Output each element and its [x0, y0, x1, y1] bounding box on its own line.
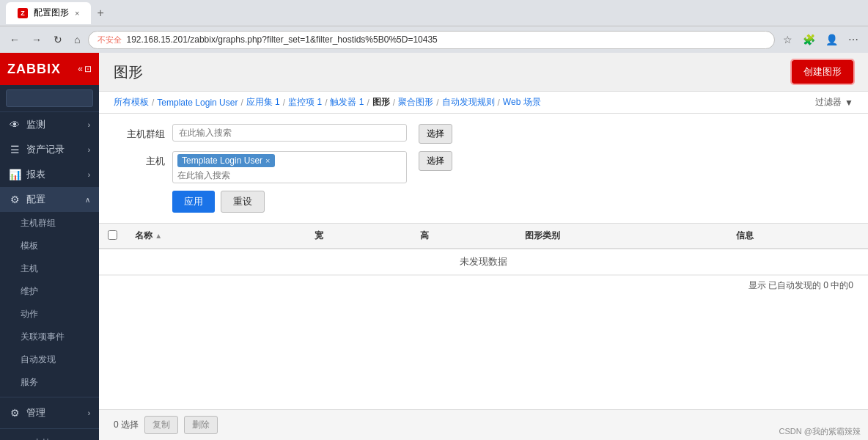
sidebar-logo[interactable]: ZABBIX « ⊡: [0, 53, 99, 85]
host-search-input[interactable]: [177, 170, 402, 180]
breadcrumb-all-templates[interactable]: 所有模板: [114, 96, 149, 109]
host-groups-label: 主机群组: [21, 217, 56, 230]
create-graph-button[interactable]: 创建图形: [792, 60, 853, 84]
filter-label: 过滤器: [815, 96, 842, 109]
address-bar[interactable]: 不安全 192.168.15.201/zabbix/graphs.php?fil…: [88, 31, 775, 49]
address-bar-row: ← → ↻ ⌂ 不安全 192.168.15.201/zabbix/graphs…: [0, 26, 868, 53]
new-tab-button[interactable]: +: [94, 7, 106, 20]
active-tab[interactable]: Z 配置图形 ×: [6, 2, 91, 24]
sidebar-item-support[interactable]: ? 支持: [0, 432, 99, 440]
table-area: 名称 ▲ 宽 高 图形类别 信息: [99, 224, 868, 409]
logo-controls: « ⊡: [78, 64, 92, 74]
app-container: ZABBIX « ⊡ 👁 监测 › ☰ 资产记录 › 📊 报表: [0, 53, 868, 440]
sidebar-item-config[interactable]: ⚙ 配置 ∧: [0, 187, 99, 212]
delete-button: 删除: [184, 416, 218, 434]
tab-title: 配置图形: [34, 7, 69, 19]
filter-funnel-icon: ▼: [845, 98, 853, 108]
col-type: 图形类别: [516, 224, 727, 249]
breadcrumb-monitors[interactable]: 监控项 1: [288, 96, 322, 109]
filter-actions: 应用 重设: [172, 191, 853, 213]
breadcrumb: 所有模板 / Template Login User / 应用集 1 / 监控项…: [99, 92, 868, 114]
sidebar-sub-actions[interactable]: 动作: [0, 303, 99, 326]
sidebar-nav: 👁 监测 › ☰ 资产记录 › 📊 报表 › ⚙ 配置 ∧ 主机群组: [0, 112, 99, 440]
selection-count: 0 选择: [114, 419, 139, 431]
actions-label: 动作: [21, 308, 38, 320]
filter-area: 主机群组 选择 主机 Template Login User ×: [99, 114, 868, 224]
sidebar-sub-hosts[interactable]: 主机: [0, 257, 99, 280]
breadcrumb-triggers[interactable]: 触发器 1: [330, 96, 364, 109]
browser-menu-button[interactable]: ⋯: [845, 32, 862, 48]
host-group-label: 主机群组: [114, 124, 165, 141]
assets-icon: ☰: [9, 144, 21, 155]
sidebar-search[interactable]: [0, 85, 99, 112]
collapse-icon[interactable]: «: [78, 64, 83, 74]
sidebar-sub-autodiscovery[interactable]: 自动发现: [0, 348, 99, 371]
host-group-input[interactable]: [172, 124, 407, 142]
sidebar-item-label: 资产记录: [26, 143, 65, 156]
breadcrumb-app-sets[interactable]: 应用集 1: [246, 96, 280, 109]
tab-close-button[interactable]: ×: [75, 9, 79, 18]
toolbar-icons: ☆ 🧩 👤 ⋯: [779, 32, 862, 48]
copy-button: 复制: [144, 416, 178, 434]
address-url: 192.168.15.201/zabbix/graphs.php?filter_…: [126, 34, 765, 45]
autodiscovery-note: 显示 已自动发现的 0 中的0: [99, 275, 868, 296]
refresh-button[interactable]: ↻: [50, 32, 66, 48]
host-select-button[interactable]: 选择: [419, 151, 452, 171]
sidebar-item-reports[interactable]: 📊 报表 ›: [0, 162, 99, 187]
table-header-row: 名称 ▲ 宽 高 图形类别 信息: [99, 224, 868, 249]
sidebar-sub-services[interactable]: 服务: [0, 371, 99, 394]
sidebar-item-assets[interactable]: ☰ 资产记录 ›: [0, 137, 99, 162]
sidebar: ZABBIX « ⊡ 👁 监测 › ☰ 资产记录 › 📊 报表: [0, 53, 99, 440]
breadcrumb-web-scenarios[interactable]: Web 场景: [503, 96, 541, 109]
correlation-label: 关联项事件: [21, 331, 65, 343]
host-tag-container: Template Login User ×: [172, 151, 407, 183]
admin-icon: ⚙: [9, 407, 21, 419]
breadcrumb-template-login-user[interactable]: Template Login User: [157, 98, 238, 108]
reports-arrow: ›: [88, 171, 90, 179]
breadcrumb-aggregate-graphs[interactable]: 聚合图形: [398, 96, 433, 109]
host-tag-close[interactable]: ×: [265, 156, 270, 165]
host-group-filter-row: 主机群组 选择: [114, 124, 853, 144]
sidebar-item-label: 配置: [26, 193, 45, 206]
col-name-label: 名称: [135, 230, 152, 241]
home-button[interactable]: ⌂: [70, 32, 84, 48]
col-name[interactable]: 名称 ▲: [126, 224, 306, 249]
host-filter-row: 主机 Template Login User × 选择: [114, 151, 853, 183]
table-footer: 0 选择 复制 删除: [99, 409, 868, 440]
filter-icon[interactable]: 过滤器 ▼: [815, 96, 853, 109]
host-tag-text: Template Login User: [182, 155, 262, 166]
bookmark-star-button[interactable]: ☆: [779, 32, 796, 48]
hosts-label: 主机: [21, 263, 38, 275]
col-type-label: 图形类别: [525, 230, 560, 241]
sidebar-item-admin[interactable]: ⚙ 管理 ›: [0, 400, 99, 425]
col-width: 宽: [306, 224, 411, 249]
apply-button[interactable]: 应用: [172, 191, 215, 213]
page-header: 图形 创建图形: [99, 53, 868, 92]
admin-arrow: ›: [88, 409, 90, 417]
sidebar-sub-maintenance[interactable]: 维护: [0, 280, 99, 303]
sidebar-sub-templates[interactable]: 模板: [0, 235, 99, 257]
sidebar-divider-2: [0, 428, 99, 429]
breadcrumb-autodiscovery[interactable]: 自动发现规则: [442, 96, 495, 109]
sidebar-item-monitor[interactable]: 👁 监测 ›: [0, 112, 99, 137]
sidebar-sub-host-groups[interactable]: 主机群组: [0, 212, 99, 235]
select-all-checkbox[interactable]: [108, 230, 117, 240]
search-input[interactable]: [6, 89, 93, 107]
tab-favicon: Z: [18, 8, 28, 18]
support-label: 支持: [33, 437, 51, 440]
config-arrow: ∧: [85, 196, 90, 204]
reset-button[interactable]: 重设: [221, 191, 265, 213]
host-group-select-button[interactable]: 选择: [419, 124, 452, 144]
sidebar-divider: [0, 397, 99, 397]
back-button[interactable]: ←: [6, 32, 23, 48]
pin-icon[interactable]: ⊡: [84, 64, 92, 74]
maintenance-label: 维护: [21, 285, 38, 298]
profile-button[interactable]: 👤: [822, 32, 842, 48]
extensions-button[interactable]: 🧩: [799, 32, 819, 48]
monitor-icon: 👁: [9, 119, 21, 131]
sidebar-admin-label: 管理: [26, 406, 45, 419]
sidebar-sub-correlation[interactable]: 关联项事件: [0, 326, 99, 348]
forward-button[interactable]: →: [28, 32, 45, 48]
breadcrumb-current: 图形: [372, 96, 390, 109]
host-group-field: [172, 124, 407, 142]
